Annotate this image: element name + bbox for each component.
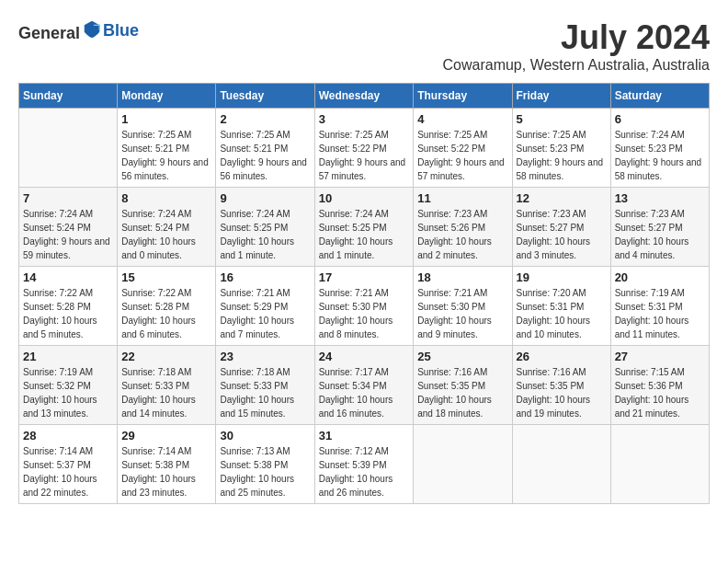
day-number: 15 xyxy=(121,270,211,284)
day-number: 13 xyxy=(615,191,705,205)
day-cell: 30Sunrise: 7:13 AMSunset: 5:38 PMDayligh… xyxy=(216,425,314,504)
day-info: Sunrise: 7:17 AMSunset: 5:34 PMDaylight:… xyxy=(319,365,410,420)
day-info: Sunrise: 7:21 AMSunset: 5:30 PMDaylight:… xyxy=(319,286,410,341)
day-info: Sunrise: 7:24 AMSunset: 5:24 PMDaylight:… xyxy=(23,207,113,262)
day-number: 22 xyxy=(121,350,211,363)
day-info: Sunrise: 7:23 AMSunset: 5:27 PMDaylight:… xyxy=(615,207,705,262)
logo-text-general: General xyxy=(18,24,80,42)
day-cell: 12Sunrise: 7:23 AMSunset: 5:27 PMDayligh… xyxy=(512,188,610,267)
day-number: 16 xyxy=(220,270,310,284)
day-number: 4 xyxy=(417,112,507,126)
day-cell: 29Sunrise: 7:14 AMSunset: 5:38 PMDayligh… xyxy=(118,425,216,504)
day-number: 1 xyxy=(121,112,211,126)
title-area: July 2024 Cowaramup, Western Australia, … xyxy=(443,18,711,74)
header-cell-wednesday: Wednesday xyxy=(314,84,414,109)
day-cell: 25Sunrise: 7:16 AMSunset: 5:35 PMDayligh… xyxy=(414,346,512,425)
day-info: Sunrise: 7:24 AMSunset: 5:23 PMDaylight:… xyxy=(615,128,705,183)
day-cell: 11Sunrise: 7:23 AMSunset: 5:26 PMDayligh… xyxy=(414,188,512,267)
day-number: 20 xyxy=(615,270,705,284)
calendar-table: SundayMondayTuesdayWednesdayThursdayFrid… xyxy=(18,83,710,504)
day-cell: 2Sunrise: 7:25 AMSunset: 5:21 PMDaylight… xyxy=(216,109,314,188)
logo-text-blue: Blue xyxy=(103,21,139,40)
day-cell: 24Sunrise: 7:17 AMSunset: 5:34 PMDayligh… xyxy=(314,346,414,425)
logo: General Blue xyxy=(18,18,139,43)
day-info: Sunrise: 7:25 AMSunset: 5:23 PMDaylight:… xyxy=(517,128,607,183)
week-row-1: 1Sunrise: 7:25 AMSunset: 5:21 PMDaylight… xyxy=(19,109,710,188)
day-cell: 17Sunrise: 7:21 AMSunset: 5:30 PMDayligh… xyxy=(314,267,414,346)
day-cell: 21Sunrise: 7:19 AMSunset: 5:32 PMDayligh… xyxy=(19,346,118,425)
calendar-header: SundayMondayTuesdayWednesdayThursdayFrid… xyxy=(19,84,710,109)
day-info: Sunrise: 7:13 AMSunset: 5:38 PMDaylight:… xyxy=(220,444,310,500)
day-number: 21 xyxy=(23,350,113,363)
day-info: Sunrise: 7:15 AMSunset: 5:36 PMDaylight:… xyxy=(615,365,705,420)
header-cell-tuesday: Tuesday xyxy=(216,84,314,109)
day-number: 30 xyxy=(220,429,310,442)
header-cell-saturday: Saturday xyxy=(610,84,709,109)
day-number: 2 xyxy=(220,112,310,126)
day-cell: 6Sunrise: 7:24 AMSunset: 5:23 PMDaylight… xyxy=(610,109,709,188)
header-row: SundayMondayTuesdayWednesdayThursdayFrid… xyxy=(19,84,710,109)
day-number: 28 xyxy=(23,429,113,442)
day-number: 7 xyxy=(23,191,113,205)
day-number: 12 xyxy=(517,191,607,205)
day-cell: 7Sunrise: 7:24 AMSunset: 5:24 PMDaylight… xyxy=(19,188,118,267)
day-number: 19 xyxy=(517,270,607,284)
day-cell xyxy=(610,425,709,504)
day-info: Sunrise: 7:25 AMSunset: 5:22 PMDaylight:… xyxy=(319,128,410,183)
logo-general: General xyxy=(18,18,102,43)
day-info: Sunrise: 7:23 AMSunset: 5:27 PMDaylight:… xyxy=(517,207,607,262)
day-number: 17 xyxy=(319,270,410,284)
day-info: Sunrise: 7:25 AMSunset: 5:21 PMDaylight:… xyxy=(220,128,310,183)
header-cell-thursday: Thursday xyxy=(414,84,512,109)
week-row-2: 7Sunrise: 7:24 AMSunset: 5:24 PMDaylight… xyxy=(19,188,710,267)
day-info: Sunrise: 7:19 AMSunset: 5:31 PMDaylight:… xyxy=(615,286,705,341)
day-cell: 13Sunrise: 7:23 AMSunset: 5:27 PMDayligh… xyxy=(610,188,709,267)
day-number: 8 xyxy=(121,191,211,205)
logo-icon xyxy=(82,18,102,39)
day-number: 18 xyxy=(417,270,507,284)
month-title: July 2024 xyxy=(443,18,711,57)
header-cell-monday: Monday xyxy=(118,84,216,109)
day-cell: 9Sunrise: 7:24 AMSunset: 5:25 PMDaylight… xyxy=(216,188,314,267)
day-info: Sunrise: 7:24 AMSunset: 5:25 PMDaylight:… xyxy=(319,207,410,262)
day-info: Sunrise: 7:24 AMSunset: 5:25 PMDaylight:… xyxy=(220,207,310,262)
day-info: Sunrise: 7:21 AMSunset: 5:30 PMDaylight:… xyxy=(417,286,507,341)
day-cell: 28Sunrise: 7:14 AMSunset: 5:37 PMDayligh… xyxy=(19,425,118,504)
day-number: 14 xyxy=(23,270,113,284)
day-info: Sunrise: 7:16 AMSunset: 5:35 PMDaylight:… xyxy=(517,365,607,420)
day-number: 10 xyxy=(319,191,410,205)
day-info: Sunrise: 7:12 AMSunset: 5:39 PMDaylight:… xyxy=(319,444,410,500)
week-row-3: 14Sunrise: 7:22 AMSunset: 5:28 PMDayligh… xyxy=(19,267,710,346)
day-cell: 22Sunrise: 7:18 AMSunset: 5:33 PMDayligh… xyxy=(118,346,216,425)
day-info: Sunrise: 7:24 AMSunset: 5:24 PMDaylight:… xyxy=(121,207,211,262)
day-cell: 1Sunrise: 7:25 AMSunset: 5:21 PMDaylight… xyxy=(118,109,216,188)
header-cell-sunday: Sunday xyxy=(19,84,118,109)
day-number: 5 xyxy=(517,112,607,126)
day-cell: 5Sunrise: 7:25 AMSunset: 5:23 PMDaylight… xyxy=(512,109,610,188)
day-cell xyxy=(512,425,610,504)
day-cell: 26Sunrise: 7:16 AMSunset: 5:35 PMDayligh… xyxy=(512,346,610,425)
location-title: Cowaramup, Western Australia, Australia xyxy=(443,57,711,74)
day-info: Sunrise: 7:23 AMSunset: 5:26 PMDaylight:… xyxy=(417,207,507,262)
week-row-4: 21Sunrise: 7:19 AMSunset: 5:32 PMDayligh… xyxy=(19,346,710,425)
day-cell: 27Sunrise: 7:15 AMSunset: 5:36 PMDayligh… xyxy=(610,346,709,425)
day-number: 9 xyxy=(220,191,310,205)
day-number: 25 xyxy=(417,350,507,363)
day-info: Sunrise: 7:22 AMSunset: 5:28 PMDaylight:… xyxy=(23,286,113,341)
day-number: 24 xyxy=(319,350,410,363)
day-info: Sunrise: 7:14 AMSunset: 5:37 PMDaylight:… xyxy=(23,444,113,500)
day-info: Sunrise: 7:21 AMSunset: 5:29 PMDaylight:… xyxy=(220,286,310,341)
day-number: 6 xyxy=(615,112,705,126)
day-cell: 19Sunrise: 7:20 AMSunset: 5:31 PMDayligh… xyxy=(512,267,610,346)
day-info: Sunrise: 7:25 AMSunset: 5:21 PMDaylight:… xyxy=(121,128,211,183)
day-cell: 8Sunrise: 7:24 AMSunset: 5:24 PMDaylight… xyxy=(118,188,216,267)
day-info: Sunrise: 7:19 AMSunset: 5:32 PMDaylight:… xyxy=(23,365,113,420)
day-cell: 18Sunrise: 7:21 AMSunset: 5:30 PMDayligh… xyxy=(414,267,512,346)
day-info: Sunrise: 7:25 AMSunset: 5:22 PMDaylight:… xyxy=(417,128,507,183)
day-cell: 23Sunrise: 7:18 AMSunset: 5:33 PMDayligh… xyxy=(216,346,314,425)
day-cell xyxy=(19,109,118,188)
day-info: Sunrise: 7:16 AMSunset: 5:35 PMDaylight:… xyxy=(417,365,507,420)
calendar-body: 1Sunrise: 7:25 AMSunset: 5:21 PMDaylight… xyxy=(19,109,710,504)
day-number: 27 xyxy=(615,350,705,363)
day-cell: 4Sunrise: 7:25 AMSunset: 5:22 PMDaylight… xyxy=(414,109,512,188)
